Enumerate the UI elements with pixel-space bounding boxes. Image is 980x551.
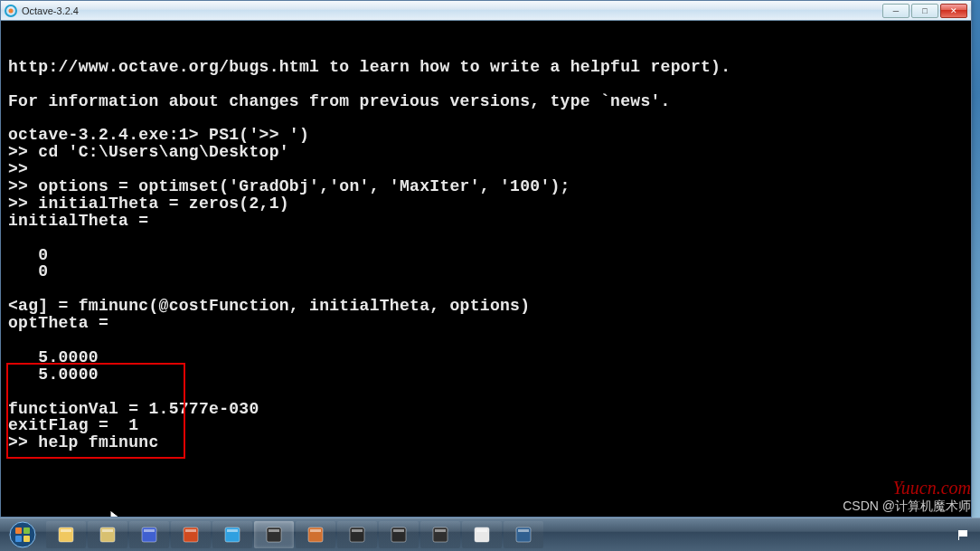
close-button[interactable]: ✕ <box>940 4 967 18</box>
recorder-icon[interactable] <box>379 521 419 548</box>
desktop: Octave-3.2.4 ─ □ ✕ http://www.octave.org… <box>0 0 980 551</box>
terminal-line <box>8 280 964 298</box>
terminal-line: octave-3.2.4.exe:1> PS1('>> ') <box>8 127 964 144</box>
window-title: Octave-3.2.4 <box>22 5 79 16</box>
terminal-line: http://www.octave.org/bugs.html to learn… <box>8 59 964 76</box>
terminal-line: 0 <box>8 247 964 264</box>
terminal-line <box>8 384 964 401</box>
powerpoint-icon[interactable] <box>171 521 211 548</box>
explorer-icon[interactable] <box>46 521 86 548</box>
svg-rect-5 <box>15 536 22 542</box>
svg-rect-30 <box>518 529 529 532</box>
svg-point-1 <box>9 8 14 13</box>
terminal-line: initialTheta = <box>8 213 964 230</box>
explorer-icon <box>56 525 76 545</box>
yuucn-watermark: Yuucn.com <box>893 478 971 499</box>
window-controls: ─ □ ✕ <box>881 4 967 18</box>
camtasia-icon[interactable] <box>337 521 377 548</box>
terminal-line: exitFlag = 1 <box>8 417 964 434</box>
terminal-line: 5.0000 <box>8 349 964 366</box>
terminal-line: >> cd 'C:\Users\ang\Desktop' <box>8 144 964 161</box>
terminal-line <box>8 109 964 127</box>
mozilla-icon[interactable] <box>129 521 169 548</box>
powerpoint-icon <box>181 525 201 545</box>
matlab-icon <box>306 525 325 545</box>
octave-app-icon <box>5 5 17 17</box>
minimize-button[interactable]: ─ <box>882 4 909 18</box>
octave-icon <box>222 525 242 545</box>
svg-rect-4 <box>24 527 30 534</box>
terminal[interactable]: http://www.octave.org/bugs.html to learn… <box>1 21 971 517</box>
python-icon <box>514 525 533 545</box>
svg-rect-20 <box>310 529 321 532</box>
task-items <box>45 521 544 548</box>
svg-rect-3 <box>15 527 22 534</box>
svg-rect-26 <box>435 529 446 532</box>
recorder-icon <box>389 525 409 545</box>
svg-rect-24 <box>393 529 404 532</box>
svg-rect-8 <box>61 529 71 532</box>
terminal-line <box>8 230 964 247</box>
svg-rect-28 <box>476 529 487 532</box>
svg-rect-22 <box>352 529 363 532</box>
terminal-output: http://www.octave.org/bugs.html to learn… <box>8 59 964 451</box>
svg-rect-12 <box>144 529 155 532</box>
svg-rect-10 <box>102 529 113 532</box>
terminal-line: >> <box>8 161 964 178</box>
explorer-window-icon[interactable] <box>88 521 127 548</box>
svg-rect-18 <box>269 529 279 532</box>
terminal-line: >> options = optimset('GradObj','on', 'M… <box>8 178 964 195</box>
terminal-line: >> initialTheta = zeros(2,1) <box>8 195 964 213</box>
csdn-watermark: CSDN @计算机魔术师 <box>843 499 971 515</box>
svg-rect-32 <box>958 530 959 540</box>
terminal-line <box>8 332 964 349</box>
terminal-line <box>8 76 964 93</box>
terminal-line: optTheta = <box>8 315 964 332</box>
terminal-line: For information about changes from previ… <box>8 93 964 110</box>
svg-rect-6 <box>24 536 30 542</box>
file-icon[interactable] <box>462 521 502 548</box>
windows-logo-icon <box>9 521 36 548</box>
file-icon <box>472 525 492 545</box>
action-center-icon[interactable] <box>956 528 969 541</box>
octave-terminal-icon[interactable] <box>254 521 294 548</box>
octave-window: Octave-3.2.4 ─ □ ✕ http://www.octave.org… <box>0 0 972 518</box>
titlebar[interactable]: Octave-3.2.4 ─ □ ✕ <box>1 1 971 21</box>
taskbar[interactable] <box>0 518 980 551</box>
terminal-line: functionVal = 1.5777e-030 <box>8 401 964 418</box>
terminal-line: 5.0000 <box>8 366 964 384</box>
terminal-line: >> help fminunc <box>8 434 964 451</box>
mozilla-icon <box>139 525 159 545</box>
editor-icon <box>430 525 450 545</box>
explorer-window-icon <box>98 525 118 545</box>
svg-rect-31 <box>958 530 967 537</box>
python-icon[interactable] <box>504 521 543 548</box>
terminal-line: <ag] = fminunc(@costFunction, initialThe… <box>8 298 964 315</box>
octave-terminal-icon <box>264 525 284 545</box>
editor-icon[interactable] <box>420 521 460 548</box>
mouse-cursor-icon <box>109 509 126 517</box>
matlab-icon[interactable] <box>296 521 335 548</box>
system-tray[interactable] <box>956 528 976 541</box>
svg-rect-16 <box>227 529 238 532</box>
svg-point-2 <box>10 522 35 547</box>
camtasia-icon <box>347 525 367 545</box>
start-button[interactable] <box>4 519 42 550</box>
octave-icon[interactable] <box>212 521 252 548</box>
terminal-line: 0 <box>8 263 964 280</box>
svg-rect-14 <box>185 529 196 532</box>
maximize-button[interactable]: □ <box>911 4 938 18</box>
